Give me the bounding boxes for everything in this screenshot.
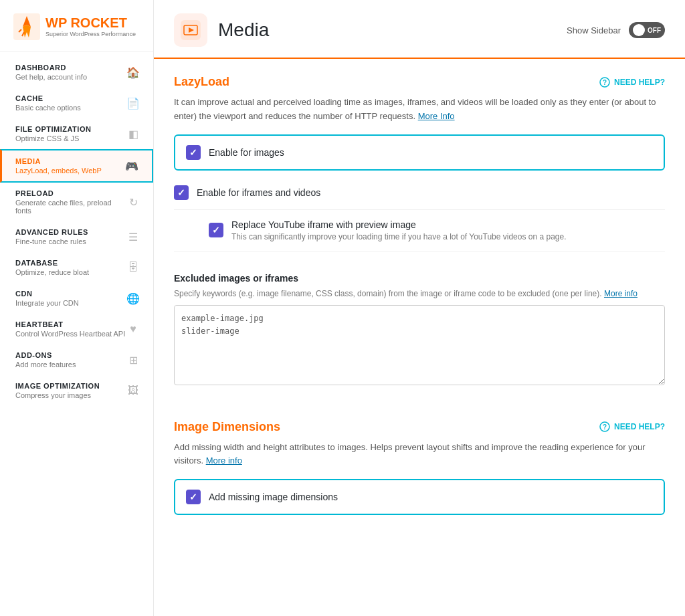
page-header: Media Show Sidebar OFF: [154, 0, 685, 59]
enable-iframes-label: Enable for iframes and videos: [197, 187, 320, 198]
enable-images-checkbox[interactable]: ✓: [186, 145, 201, 160]
add-missing-dimensions-label: Add missing image dimensions: [209, 492, 338, 502]
file-opt-icon: ◧: [126, 128, 140, 140]
checkmark-icon-2: ✓: [177, 187, 185, 198]
header-right: Show Sidebar OFF: [567, 22, 665, 38]
lazyload-desc: It can improve actual and perceived load…: [174, 96, 665, 124]
lazyload-section: LazyLoad ? NEED HELP? It can improve act…: [174, 75, 665, 399]
sidebar-item-addons-title: ADD-ONS: [15, 351, 76, 359]
rules-icon: ☰: [126, 231, 140, 243]
enable-iframes-checkbox[interactable]: ✓: [174, 185, 189, 200]
sidebar-item-cache-title: CACHE: [15, 94, 81, 102]
sidebar-item-dashboard-sub: Get help, account info: [15, 73, 87, 81]
svg-text:?: ?: [603, 79, 607, 86]
preload-icon: ↻: [126, 196, 140, 209]
sidebar-item-preload-sub: Generate cache files, preload fonts: [15, 199, 126, 215]
option-add-missing-dimensions: ✓ Add missing image dimensions: [174, 479, 665, 515]
excluded-more-info-link[interactable]: More info: [604, 289, 638, 298]
sidebar-item-cache-sub: Basic cache options: [15, 104, 81, 112]
excluded-title: Excluded images or iframes: [174, 273, 665, 284]
image-dimensions-section: Image Dimensions ? NEED HELP? Add missin…: [174, 420, 665, 516]
cache-icon: 📄: [126, 97, 140, 110]
sidebar-item-add-ons[interactable]: ADD-ONS Add more features ⊞: [0, 344, 153, 375]
page-header-icon: [174, 13, 207, 47]
cdn-icon: 🌐: [126, 292, 140, 305]
lazyload-need-help-link[interactable]: ? NEED HELP?: [599, 77, 665, 88]
database-icon: 🗄: [126, 262, 140, 274]
image-dimensions-desc: Add missing width and height attributes …: [174, 441, 665, 469]
content-body: LazyLoad ? NEED HELP? It can improve act…: [154, 59, 685, 552]
sidebar-item-database[interactable]: DATABASE Optimize, reduce bloat 🗄: [0, 252, 153, 283]
sidebar-item-heartbeat-sub: Control WordPress Heartbeat API: [15, 330, 125, 338]
sidebar: WP ROCKET Superior WordPress Performance…: [0, 0, 154, 616]
media-page-icon: [181, 20, 201, 40]
sidebar-item-file-opt-title: FILE OPTIMIZATION: [15, 125, 91, 133]
sidebar-item-dashboard-title: DASHBOARD: [15, 64, 87, 72]
option-enable-images: ✓ Enable for images: [174, 134, 665, 171]
sidebar-item-cache[interactable]: CACHE Basic cache options 📄: [0, 88, 153, 118]
img-opt-icon: 🖼: [126, 385, 140, 397]
toggle-circle: [633, 24, 645, 36]
sidebar-item-image-optimization[interactable]: IMAGE OPTIMIZATION Compress your images …: [0, 375, 153, 406]
sidebar-item-heartbeat-title: HEARTBEAT: [15, 320, 125, 328]
replace-youtube-checkbox[interactable]: ✓: [209, 223, 223, 237]
add-missing-dimensions-checkbox[interactable]: ✓: [186, 490, 201, 504]
sidebar-item-adv-rules-title: ADVANCED RULES: [15, 228, 88, 236]
help-circle-icon: ?: [599, 77, 610, 88]
checkmark-icon-3: ✓: [212, 225, 220, 235]
addons-icon: ⊞: [126, 354, 140, 367]
page-title: Media: [218, 19, 269, 41]
image-dimensions-need-help-link[interactable]: ? NEED HELP?: [599, 421, 665, 432]
help-circle-icon-2: ?: [599, 421, 610, 432]
sidebar-item-media-title: MEDIA: [15, 157, 102, 165]
main-content: Media Show Sidebar OFF LazyLoad ?: [154, 0, 685, 616]
sidebar-item-cdn[interactable]: CDN Integrate your CDN 🌐: [0, 283, 153, 314]
excluded-desc: Specify keywords (e.g. image filename, C…: [174, 288, 665, 300]
enable-images-label: Enable for images: [209, 147, 284, 158]
image-dimensions-header: Image Dimensions ? NEED HELP?: [174, 420, 665, 434]
logo-title: WP ROCKET: [45, 16, 136, 29]
sidebar-item-heartbeat[interactable]: HEARTBEAT Control WordPress Heartbeat AP…: [0, 314, 153, 344]
sidebar-item-img-opt-title: IMAGE OPTIMIZATION: [15, 382, 100, 390]
replace-youtube-sublabel: This can significantly improve your load…: [231, 232, 567, 241]
logo-area: WP ROCKET Superior WordPress Performance: [0, 0, 153, 52]
lazyload-more-info-link[interactable]: More Info: [418, 111, 455, 121]
sidebar-item-advanced-rules[interactable]: ADVANCED RULES Fine-tune cache rules ☰: [0, 221, 153, 252]
option-replace-youtube: ✓ Replace YouTube iframe with preview im…: [174, 210, 665, 251]
sidebar-item-database-title: DATABASE: [15, 259, 89, 267]
sidebar-item-file-optimization[interactable]: FILE OPTIMIZATION Optimize CSS & JS ◧: [0, 118, 153, 149]
lazyload-title: LazyLoad: [174, 75, 229, 89]
logo-tagline: Superior WordPress Performance: [45, 31, 136, 37]
sidebar-item-file-opt-sub: Optimize CSS & JS: [15, 134, 91, 142]
sidebar-item-database-sub: Optimize, reduce bloat: [15, 268, 89, 276]
home-icon: 🏠: [126, 66, 140, 79]
replace-youtube-label: Replace YouTube iframe with preview imag…: [231, 219, 567, 230]
checkmark-icon: ✓: [189, 147, 197, 158]
sidebar-item-addons-sub: Add more features: [15, 361, 76, 369]
lazyload-section-header: LazyLoad ? NEED HELP?: [174, 75, 665, 89]
wp-rocket-logo-icon: [13, 13, 40, 40]
image-dimensions-title: Image Dimensions: [174, 420, 280, 434]
show-sidebar-label: Show Sidebar: [567, 25, 621, 35]
excluded-section: Excluded images or iframes Specify keywo…: [174, 262, 665, 399]
svg-text:?: ?: [603, 423, 607, 431]
sidebar-item-dashboard[interactable]: DASHBOARD Get help, account info 🏠: [0, 57, 153, 88]
option-enable-iframes: ✓ Enable for iframes and videos: [174, 176, 665, 210]
media-icon: 🎮: [125, 160, 138, 173]
sidebar-item-preload-title: PRELOAD: [15, 189, 126, 197]
sidebar-item-media-sub: LazyLoad, embeds, WebP: [15, 167, 102, 175]
heartbeat-icon: ♥: [126, 323, 140, 335]
sidebar-item-adv-rules-sub: Fine-tune cache rules: [15, 237, 88, 245]
image-dimensions-more-info-link[interactable]: More info: [206, 455, 242, 466]
sidebar-item-img-opt-sub: Compress your images: [15, 391, 100, 399]
sidebar-navigation: DASHBOARD Get help, account info 🏠 CACHE…: [0, 52, 153, 616]
sidebar-item-cdn-title: CDN: [15, 290, 79, 298]
toggle-state-label: OFF: [648, 27, 661, 34]
show-sidebar-toggle[interactable]: OFF: [629, 22, 665, 38]
header-left: Media: [174, 13, 269, 47]
checkmark-icon-4: ✓: [189, 492, 197, 502]
excluded-textarea[interactable]: example-image.jpg slider-image: [174, 305, 665, 385]
sidebar-item-media[interactable]: MEDIA LazyLoad, embeds, WebP 🎮: [0, 149, 153, 183]
sidebar-item-preload[interactable]: PRELOAD Generate cache files, preload fo…: [0, 183, 153, 221]
sidebar-item-cdn-sub: Integrate your CDN: [15, 299, 79, 307]
